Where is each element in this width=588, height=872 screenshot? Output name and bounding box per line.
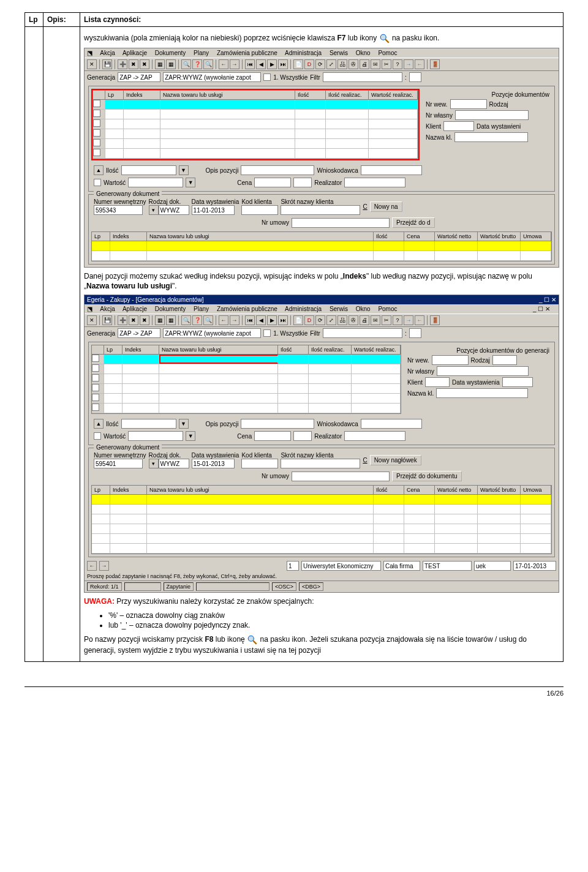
save-icon[interactable]: 💾 (102, 59, 112, 69)
nav-left-icon[interactable]: ← (87, 561, 97, 571)
toolbar-btn[interactable]: 🔍 (203, 315, 213, 325)
menu-item[interactable]: Administracja (285, 306, 322, 312)
skrot-field[interactable] (281, 205, 360, 215)
cena-field[interactable] (254, 431, 291, 441)
mail-icon[interactable]: ✉ (371, 315, 380, 325)
grid-row[interactable] (93, 119, 418, 129)
rodzdok-field[interactable]: WYWZ (159, 205, 189, 215)
last-icon[interactable]: ⏭ (278, 59, 288, 69)
filter-field-2[interactable] (409, 72, 421, 82)
exit-icon[interactable]: 🚪 (430, 59, 440, 69)
nowy-naglowek-button[interactable]: Nowy nagłówek (370, 455, 421, 465)
nrwewn-field[interactable]: 595401 (94, 459, 143, 468)
datawst-field[interactable] (502, 377, 533, 387)
menu-item[interactable]: Dokumenty (155, 306, 186, 312)
nav-right-icon[interactable]: → (404, 315, 413, 325)
grid-row[interactable] (92, 404, 401, 413)
help-icon[interactable]: ? (393, 59, 402, 69)
grid-row[interactable] (92, 384, 401, 394)
wartosc-field[interactable] (128, 178, 183, 187)
nrumowy-field[interactable] (292, 472, 390, 481)
nav-right-icon[interactable]: → (404, 59, 413, 69)
toolbar-btn[interactable]: ▦ (155, 59, 165, 69)
filter-field[interactable] (323, 328, 402, 338)
skrot-field[interactable] (281, 459, 360, 468)
grid-row-active[interactable] (93, 100, 418, 110)
toolbar-btn[interactable]: ✕ (87, 59, 97, 69)
nrwewn-field[interactable]: 595343 (94, 205, 143, 215)
nazwakl-field[interactable] (436, 388, 528, 398)
menu-item[interactable]: Serwis (330, 50, 348, 56)
grid-row[interactable] (92, 394, 401, 404)
next-icon[interactable]: ▶ (267, 59, 277, 69)
grid-row[interactable] (92, 524, 551, 534)
checkbox[interactable] (263, 73, 271, 81)
grid-row[interactable] (92, 514, 551, 524)
window-controls[interactable]: _ ☐ ✕ (539, 296, 556, 303)
klient-field[interactable] (443, 121, 474, 131)
save-icon[interactable]: 💾 (102, 315, 112, 325)
rodzaj-field[interactable] (492, 355, 517, 365)
prev-icon[interactable]: ◀ (256, 315, 266, 325)
search-icon[interactable]: 🔍 (181, 315, 191, 325)
menu-item[interactable]: Okno (356, 306, 371, 312)
nav-left-icon[interactable]: ← (415, 315, 424, 325)
scroll-down-icon[interactable]: ▼ (179, 165, 189, 175)
toolbar-btn[interactable]: ✇ (349, 315, 358, 325)
wniosk-field[interactable] (361, 419, 422, 429)
first-icon[interactable]: ⏮ (245, 315, 255, 325)
menu-item[interactable]: Zamówienia publiczne (217, 306, 277, 312)
last-icon[interactable]: ⏭ (278, 315, 288, 325)
menu-item[interactable]: Pomoc (378, 50, 397, 56)
nrwlasny-field[interactable] (437, 366, 529, 376)
toolbar-btn[interactable]: ▦ (155, 315, 165, 325)
scroll-up-icon[interactable]: ▲ (94, 165, 104, 175)
nrwew-field[interactable] (450, 99, 487, 109)
cena-field-2[interactable] (293, 431, 312, 441)
grid-row[interactable] (92, 374, 401, 384)
help-icon[interactable]: ? (393, 315, 402, 325)
date-field[interactable]: 15-01-2013 (192, 459, 235, 468)
przejdz-button[interactable]: Przejdź do d (392, 217, 435, 228)
wartosc-field[interactable] (128, 431, 183, 441)
toolbar-btn[interactable]: ⟳ (315, 59, 325, 69)
rodzdok-field[interactable]: WYWZ (159, 459, 189, 468)
menu-item[interactable]: Serwis (330, 306, 348, 312)
window-controls[interactable]: _ ☐ ✕ (533, 306, 550, 312)
scroll-down-icon[interactable]: ▼ (179, 419, 189, 429)
generacja-field[interactable]: ZAP -> ZAP (118, 72, 160, 82)
mail-icon[interactable]: ✉ (371, 59, 380, 69)
grid-row[interactable] (92, 505, 551, 514)
toolbar-btn[interactable]: 📄 (293, 315, 303, 325)
toolbar-btn[interactable]: ⤢ (326, 59, 336, 69)
menu-item[interactable]: Zamówienia publiczne (217, 50, 277, 56)
toolbar-btn[interactable]: ⤢ (326, 315, 336, 325)
nav-left-icon[interactable]: ← (415, 59, 424, 69)
realiz-field[interactable] (344, 431, 405, 441)
grid-row-active[interactable] (92, 355, 401, 364)
toolbar-btn[interactable]: ❓ (192, 59, 202, 69)
filter-field-2[interactable] (409, 328, 421, 338)
grid-row[interactable] (92, 251, 551, 261)
menu-item[interactable]: Akcja (100, 306, 115, 312)
wniosk-field[interactable] (361, 165, 422, 175)
print-icon[interactable]: 🖨 (360, 315, 369, 325)
dropdown-icon[interactable]: ▾ (149, 205, 159, 215)
highlighted-nazwa-cell[interactable] (159, 355, 278, 364)
toolbar-btn[interactable]: ➕ (118, 315, 127, 325)
checkbox[interactable] (94, 179, 101, 186)
kodkl-field[interactable] (241, 459, 278, 468)
toolbar-btn[interactable]: ✖ (129, 59, 138, 69)
cena-field[interactable] (254, 178, 291, 187)
scroll-down-icon[interactable]: ▼ (186, 431, 195, 441)
toolbar-btn[interactable]: ✖ (140, 315, 149, 325)
checkbox[interactable] (94, 432, 101, 440)
generacja-field[interactable]: ZAP -> ZAP (118, 328, 160, 338)
ilosc-field[interactable] (121, 419, 176, 429)
checkbox[interactable] (263, 329, 271, 337)
przejdz-button[interactable]: Przejdź do dokumentu (392, 471, 462, 481)
nav-left-icon[interactable]: ← (219, 315, 228, 325)
toolbar-btn[interactable]: ➕ (118, 59, 127, 69)
cena-field-2[interactable] (293, 178, 312, 187)
toolbar-btn[interactable]: ✕ (87, 315, 97, 325)
